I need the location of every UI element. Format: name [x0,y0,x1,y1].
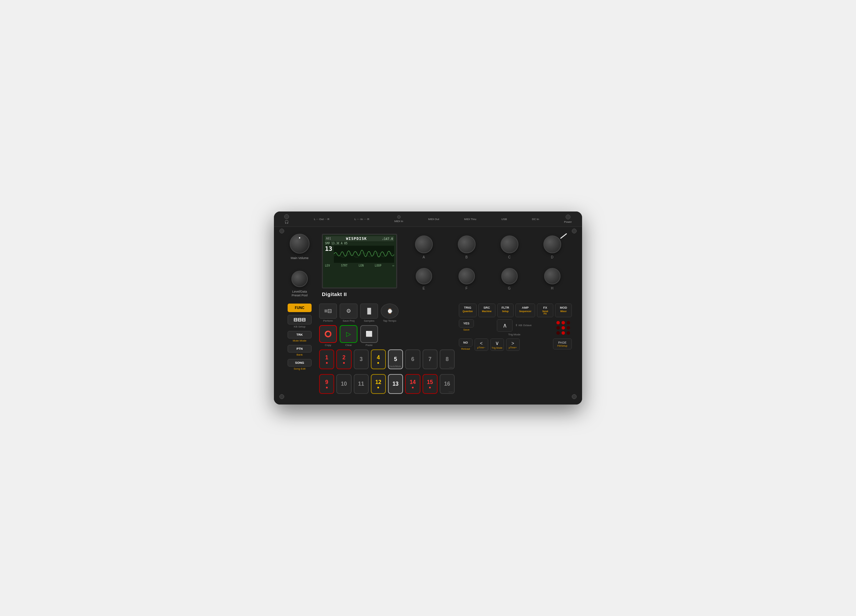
copy-button[interactable]: ⭕ [319,325,337,343]
step-num-5: 5 [394,356,397,363]
main-volume-label: Main Volume [291,257,308,260]
screen-bottom-row: LEV STRT LEN LOOP ▭ [325,264,394,267]
step-num-7: 7 [428,356,431,363]
screen-step: 13 [325,246,333,264]
knob-h-label: H [551,286,553,290]
reload-label: Reload [461,347,470,350]
samples-button[interactable]: ▐▌ [360,304,378,319]
knob-d[interactable] [543,235,561,253]
led-8 [562,331,565,335]
step-button-16[interactable]: 16 ....... [440,374,455,394]
kb-setup-label: KB Setup [294,325,305,328]
main-volume-knob[interactable] [289,234,309,253]
step-num-8: 8 [445,356,448,363]
knob-a-label: A [422,255,425,259]
screen-mode: SMP [325,242,330,245]
trk-button[interactable]: TRK [288,331,312,338]
func-button[interactable]: FUNC [288,304,312,312]
step-button-9[interactable]: 9 [319,374,334,394]
step-num-10: 10 [341,381,347,387]
level-data-knob[interactable] [291,271,308,287]
step-button-11[interactable]: 11 [354,374,369,394]
knob-c[interactable] [500,235,519,253]
knob-f[interactable] [459,268,475,284]
knob-c-label: C [508,255,511,259]
knob-f-label: F [465,286,467,290]
step-dot-15 [429,387,431,389]
knob-e[interactable] [416,268,432,284]
knob-b[interactable] [458,235,476,253]
knob-a[interactable] [415,235,433,253]
mod-button[interactable]: MOD Mixer [555,304,572,317]
step-num-4: 4 [377,355,380,361]
step-button-1[interactable]: 1 [319,349,334,369]
step-button-6[interactable]: 6 [405,349,420,369]
led-4 [556,326,560,330]
screen-track: A01 [326,237,331,240]
step-dot-9 [326,387,328,389]
step-button-15[interactable]: 15 [422,374,437,394]
src-button[interactable]: SRC Machine [478,304,496,317]
waveform-display [334,246,394,263]
page-button[interactable]: PAGE Fill/Setup [553,338,572,349]
tap-tempo-btn-wrapper: ⌚ Tap Tempo [381,304,399,323]
knob-h[interactable] [544,268,560,284]
step-dot-2 [343,362,345,364]
step-num-14: 14 [410,379,416,386]
yes-button[interactable]: YES [459,319,474,327]
step-button-12[interactable]: 12 [371,374,386,394]
kb-octave-label: ⇕ KB Octave [515,324,531,327]
perform-label: Perform [323,319,333,323]
screw-bl [279,394,284,399]
step-button-2[interactable]: 2 [336,349,351,369]
step-num-3: 3 [360,356,363,363]
usb-port: USB [501,218,507,221]
screen-area: A01 WISPDISK ♩147.0 SMP 13.3€ A 05 13 [322,234,397,297]
input-lr: L ···· In ···· R [354,218,369,221]
step-dot-12 [377,387,379,389]
trig-up-button[interactable]: ∧ [497,319,513,332]
tap-tempo-button[interactable]: ⌚ [381,304,399,319]
step-button-13[interactable]: 13 [388,374,403,394]
song-edit-label: Song Edit [294,367,306,370]
screen-info-row: SMP 13.3€ A 05 [325,242,394,245]
step-button-8[interactable]: 8 ...... [440,349,455,369]
led-6 [567,326,570,330]
no-button[interactable]: NO [459,338,473,347]
trig-button[interactable]: TRIG Quantize [459,304,477,317]
save-proj-btn-wrapper: ⚙ Save Proj [340,304,357,323]
knob-g[interactable] [501,268,518,284]
song-button[interactable]: SONG [288,359,312,367]
nav-right-button[interactable]: > µTime+ [506,338,520,351]
paste-button[interactable]: ⬜ [360,325,378,343]
step-button-5[interactable]: 5 Track/Mute [388,349,403,369]
dc-in: DC In [532,218,539,221]
clear-button[interactable]: ▷ [340,325,357,343]
clear-label: Clear [345,344,352,347]
device-name: Digitakt II [322,291,397,297]
power-switch[interactable]: Power [564,215,572,223]
save-proj-button[interactable]: ⚙ [340,304,357,319]
step-button-7[interactable]: 7 [422,349,437,369]
step-button-4[interactable]: 4 [371,349,386,369]
knob-e-label: E [422,286,425,290]
step-button-14[interactable]: 14 [405,374,420,394]
amp-button[interactable]: AMP Sequencer [515,304,535,317]
headphone-jack: 🎧 [284,214,289,224]
screen-lev: LEV [325,264,330,267]
led-2 [562,321,565,324]
nav-left-button[interactable]: < µTime− [474,338,488,351]
save-label: Save [463,328,470,331]
perform-btn-wrapper: ≡⊟ Perform [319,304,337,323]
nav-down-button[interactable]: ∨ Trig Mode [490,338,504,351]
screen-param1: 13.3€ [331,242,339,245]
step-button-10[interactable]: 10 [336,374,351,394]
ptn-button[interactable]: PTN [288,345,312,352]
fx-button[interactable]: FX Send FX [537,304,554,317]
step-8-sub: ...... [449,366,453,368]
step-num-2: 2 [342,355,345,361]
step-button-3[interactable]: 3 [354,349,369,369]
perform-button[interactable]: ≡⊟ [319,304,337,319]
kb-setup-button[interactable]: ⊟⊟⊟ [288,315,312,324]
fltr-button[interactable]: FLTR Setup [497,304,514,317]
